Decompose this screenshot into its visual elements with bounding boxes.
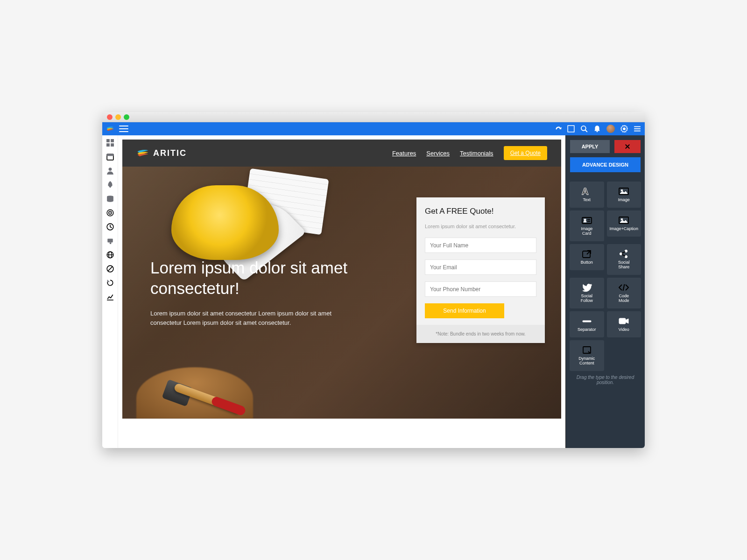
close-icon	[625, 144, 630, 149]
image-icon	[619, 216, 629, 225]
avatar[interactable]	[606, 125, 615, 133]
top-toolbar	[102, 122, 645, 135]
nav-testimonials[interactable]: Testimonials	[460, 150, 493, 157]
widget-palette: TextImageImage CardImage+CaptionButtonSo…	[566, 178, 645, 448]
hero-bg-helmet	[171, 185, 279, 260]
segments-icon[interactable]	[106, 195, 114, 203]
send-information-button[interactable]: Send Information	[425, 303, 504, 318]
window-minimize-icon[interactable]	[115, 114, 121, 120]
quote-form-card: Get A FREE Quote! Lorem ipsum dolor sit …	[416, 197, 545, 343]
dashboard-icon[interactable]	[106, 139, 114, 147]
widget-dynamic-content[interactable]: Dynamic Content	[570, 340, 604, 371]
redo-icon[interactable]	[554, 125, 562, 133]
form-subtitle: Lorem ipsum dolor sit amet consectetur.	[425, 224, 536, 229]
video-icon	[619, 316, 629, 326]
hero-title: Lorem ipsum dolor sit amet consectetur!	[150, 258, 363, 299]
widget-separator[interactable]: Separator	[570, 311, 604, 337]
dynbox-icon	[582, 345, 592, 355]
widget-button[interactable]: Button	[570, 244, 604, 270]
goals-icon[interactable]	[106, 209, 114, 217]
widget-label: Image	[617, 198, 631, 203]
twitter-icon	[582, 283, 592, 292]
widget-image-card[interactable]: Image Card	[570, 210, 604, 241]
name-input[interactable]	[425, 238, 536, 253]
contacts-icon[interactable]	[106, 167, 114, 175]
fullscreen-icon[interactable]	[567, 125, 575, 133]
widget-label: Image+Caption	[609, 227, 639, 231]
workspace: ARITIC Features Services Testimonials Ge…	[102, 135, 645, 448]
form-title: Get A FREE Quote!	[425, 207, 536, 216]
widget-image-caption[interactable]: Image+Caption	[607, 210, 641, 237]
gear-icon[interactable]	[620, 125, 628, 133]
image-icon	[619, 187, 629, 196]
widget-video[interactable]: Video	[607, 311, 641, 337]
bell-icon[interactable]	[593, 125, 601, 133]
hero-subtitle: Lorem ipsum dolor sit amet consectetur L…	[150, 309, 363, 329]
email-input[interactable]	[425, 259, 536, 275]
more-menu-icon[interactable]	[634, 125, 641, 133]
page-header: ARITIC Features Services Testimonials Ge…	[122, 140, 561, 167]
widget-label: Social Share	[617, 260, 631, 270]
site-brand: ARITIC	[136, 148, 187, 158]
widget-social-share[interactable]: Social Share	[607, 244, 641, 275]
widget-image[interactable]: Image	[607, 182, 641, 208]
brand-logo-icon	[106, 126, 114, 132]
browser-window: ARITIC Features Services Testimonials Ge…	[102, 112, 645, 448]
app: ARITIC Features Services Testimonials Ge…	[102, 122, 645, 448]
web-icon[interactable]	[106, 251, 114, 259]
brand-name: ARITIC	[153, 148, 187, 158]
widget-label: Button	[580, 260, 594, 265]
schedule-icon[interactable]	[106, 223, 114, 231]
analytics-icon[interactable]	[106, 293, 114, 301]
left-nav-rail	[102, 135, 118, 448]
editor-canvas[interactable]: ARITIC Features Services Testimonials Ge…	[118, 135, 565, 448]
widget-label: Text	[582, 198, 592, 203]
external-icon	[582, 249, 592, 259]
nav-features[interactable]: Features	[392, 150, 416, 157]
landing-page: ARITIC Features Services Testimonials Ge…	[122, 140, 561, 419]
phone-input[interactable]	[425, 281, 536, 297]
apply-button[interactable]: APPLY	[570, 140, 610, 153]
widget-label: Video	[618, 328, 630, 332]
site-nav: Features Services Testimonials Get a Quo…	[392, 146, 547, 160]
calendar-icon[interactable]	[106, 153, 114, 161]
widget-social-follow[interactable]: Social Follow	[570, 278, 604, 308]
widget-label: Separator	[577, 328, 597, 332]
get-quote-button[interactable]: Get a Quote	[504, 146, 547, 160]
text-icon	[582, 187, 592, 196]
hero-section: Lorem ipsum dolor sit amet consectetur! …	[122, 167, 561, 419]
sep-icon	[582, 316, 592, 326]
nav-services[interactable]: Services	[426, 150, 450, 157]
advance-design-button[interactable]: ADVANCE DESIGN	[570, 157, 641, 172]
window-close-icon[interactable]	[107, 114, 113, 120]
hero-bg-hammer	[150, 381, 234, 414]
widget-label: Social Follow	[580, 294, 594, 303]
widget-label: Code Mode	[618, 294, 630, 303]
integrations-icon[interactable]	[106, 237, 114, 245]
menu-toggle-icon[interactable]	[119, 126, 128, 132]
form-note: *Note: Bundle ends in two weeks from now…	[416, 325, 545, 343]
brand-wings-icon	[136, 149, 149, 157]
hero-text: Lorem ipsum dolor sit amet consectetur! …	[150, 258, 363, 328]
close-panel-button[interactable]	[614, 140, 641, 153]
widget-label: Image Card	[580, 227, 593, 236]
share-icon	[619, 249, 629, 259]
widget-code-mode[interactable]: Code Mode	[607, 278, 641, 308]
search-icon[interactable]	[580, 125, 588, 133]
window-titlebar	[102, 112, 645, 122]
window-maximize-icon[interactable]	[124, 114, 129, 120]
design-panel: APPLY ADVANCE DESIGN TextImageImage Card…	[565, 135, 645, 448]
campaigns-icon[interactable]	[106, 181, 114, 189]
panel-hint: Drag the type to the desired position.	[570, 371, 641, 389]
widget-label: Dynamic Content	[578, 357, 596, 366]
code-icon	[619, 283, 629, 292]
idcard-icon	[582, 216, 592, 225]
widget-text[interactable]: Text	[570, 182, 604, 208]
refresh-icon[interactable]	[106, 279, 114, 287]
block-icon[interactable]	[106, 265, 114, 273]
